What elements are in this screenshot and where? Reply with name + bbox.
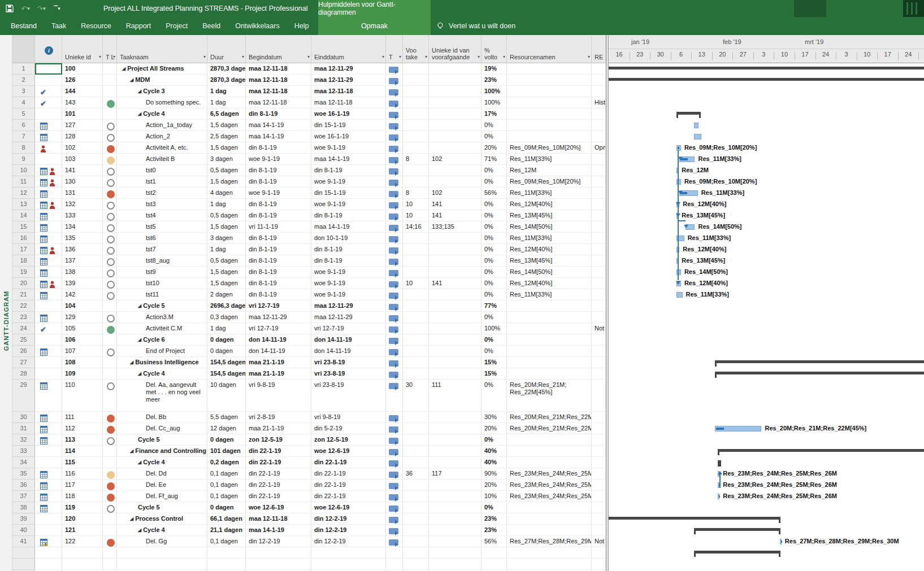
collapse-triangle-icon[interactable]: ◢ (138, 460, 141, 465)
cell-begin[interactable]: din 22-1-19 (246, 491, 311, 502)
cell-dur[interactable]: 101 dagen (207, 446, 246, 457)
cell-pre[interactable] (429, 423, 481, 434)
cell-tl[interactable] (103, 267, 117, 278)
cell-tmode[interactable] (386, 289, 403, 300)
cell-pct[interactable]: 100% (481, 323, 507, 334)
cell-eind[interactable]: don 10-1-19 (311, 233, 386, 244)
row-number[interactable]: 16 (12, 233, 35, 244)
cell-begin[interactable]: maa 12-11-18 (246, 75, 311, 86)
cell-pre[interactable] (429, 244, 481, 255)
cell-pct[interactable]: 0% (481, 267, 507, 278)
cell-tmode[interactable] (386, 233, 403, 244)
column-header-re[interactable]: RE (592, 35, 606, 63)
cell-pct[interactable]: 100% (481, 97, 507, 108)
cell-pre[interactable] (429, 97, 481, 108)
tab-help[interactable]: Help (287, 17, 316, 35)
cell-empty[interactable] (311, 547, 386, 559)
cell-pct[interactable]: 0% (481, 312, 507, 323)
cell-voo[interactable] (403, 513, 429, 525)
cell-pct[interactable]: 0% (481, 289, 507, 300)
indicator-cell[interactable] (35, 346, 62, 357)
cell-tl[interactable] (103, 86, 117, 97)
cell-re[interactable]: Not (592, 323, 606, 334)
cell-re[interactable] (592, 120, 606, 131)
cell-dur[interactable]: 0,5 dagen (207, 210, 246, 221)
cell-dur[interactable]: 3 dagen (207, 154, 246, 165)
task-name-cell[interactable]: ◢Business Intelligence (117, 357, 207, 368)
row-number[interactable]: 5 (12, 108, 35, 120)
cell-pct[interactable]: 20% (481, 480, 507, 491)
cell-tmode[interactable] (386, 142, 403, 154)
cell-uid[interactable]: 113 (62, 434, 103, 446)
cell-tmode[interactable] (386, 346, 403, 357)
cell-res[interactable] (507, 312, 592, 323)
cell-begin[interactable]: maa 21-1-19 (246, 368, 311, 380)
cell-empty[interactable] (12, 559, 35, 570)
cell-pre[interactable] (429, 165, 481, 176)
cell-uid[interactable]: 139 (62, 278, 103, 289)
cell-re[interactable] (592, 165, 606, 176)
row-number[interactable]: 2 (12, 75, 35, 86)
tab-project[interactable]: Project (158, 17, 195, 35)
task-name-cell[interactable]: tst1 (117, 176, 207, 188)
cell-tl[interactable] (103, 323, 117, 334)
cell-dur[interactable]: 1,5 dagen (207, 221, 246, 233)
summary-bar[interactable] (676, 112, 701, 115)
summary-bar[interactable] (718, 449, 924, 452)
column-header-eind[interactable]: Einddatum▾ (311, 35, 386, 63)
cell-pct[interactable]: 71% (481, 154, 507, 165)
row-number[interactable]: 18 (12, 255, 35, 267)
cell-res[interactable] (507, 86, 592, 97)
row-number[interactable]: 25 (12, 334, 35, 346)
summary-bar[interactable] (715, 360, 924, 363)
cell-tl[interactable] (103, 513, 117, 525)
cell-res[interactable]: Res_23M;Res_24M;Res_25M; (507, 480, 592, 491)
cell-uid[interactable]: 133 (62, 210, 103, 221)
cell-res[interactable]: Res_12M (507, 165, 592, 176)
cell-empty[interactable] (481, 559, 507, 570)
cell-res[interactable]: Res_20M;Res_21M;Res_22M (507, 412, 592, 423)
cell-tmode[interactable] (386, 423, 403, 434)
row-number[interactable]: 38 (12, 502, 35, 513)
task-name-cell[interactable]: tst8_aug (117, 255, 207, 267)
row-number[interactable]: 40 (12, 525, 35, 536)
cell-tmode[interactable] (386, 165, 403, 176)
cell-eind[interactable]: din 22-1-19 (311, 480, 386, 491)
cell-res[interactable] (507, 131, 592, 142)
row-number[interactable]: 11 (12, 176, 35, 188)
cell-tl[interactable] (103, 63, 117, 75)
cell-voo[interactable] (403, 457, 429, 468)
cell-dur[interactable]: 1 dag (207, 97, 246, 108)
cell-begin[interactable]: woe 9-1-19 (246, 188, 311, 199)
cell-eind[interactable]: maa 12-11-29 (311, 312, 386, 323)
task-name-cell[interactable]: tst4 (117, 210, 207, 221)
cell-begin[interactable]: maa 12-11-18 (246, 513, 311, 525)
cell-eind[interactable]: vri 9-8-19 (311, 412, 386, 423)
column-header-voo[interactable]: Voo take▾ (403, 35, 429, 63)
column-header-info[interactable]: i (35, 35, 62, 63)
row-number[interactable]: 37 (12, 491, 35, 502)
cell-uid[interactable]: 102 (62, 142, 103, 154)
cell-eind[interactable]: woe 16-1-19 (311, 131, 386, 142)
cell-res[interactable] (507, 357, 592, 368)
row-number[interactable]: 26 (12, 346, 35, 357)
cell-begin[interactable]: maa 21-1-19 (246, 357, 311, 368)
cell-dur[interactable]: 1 dag (207, 199, 246, 210)
cell-res[interactable]: Res_27M;Res_28M;Res_29M; (507, 536, 592, 547)
cell-pre[interactable]: 102 (429, 188, 481, 199)
cell-res[interactable] (507, 513, 592, 525)
cell-dur[interactable]: 4 dagen (207, 188, 246, 199)
cell-tmode[interactable] (386, 221, 403, 233)
cell-voo[interactable] (403, 357, 429, 368)
cell-pre[interactable] (429, 525, 481, 536)
cell-tmode[interactable] (386, 176, 403, 188)
cell-tl[interactable] (103, 334, 117, 346)
cell-tl[interactable] (103, 434, 117, 446)
column-header-dur[interactable]: Duur▾ (207, 35, 246, 63)
cell-res[interactable] (507, 525, 592, 536)
row-number[interactable]: 6 (12, 120, 35, 131)
indicator-cell[interactable] (35, 525, 62, 536)
cell-res[interactable] (507, 434, 592, 446)
task-name-cell[interactable]: tst3 (117, 199, 207, 210)
cell-tl[interactable] (103, 300, 117, 312)
